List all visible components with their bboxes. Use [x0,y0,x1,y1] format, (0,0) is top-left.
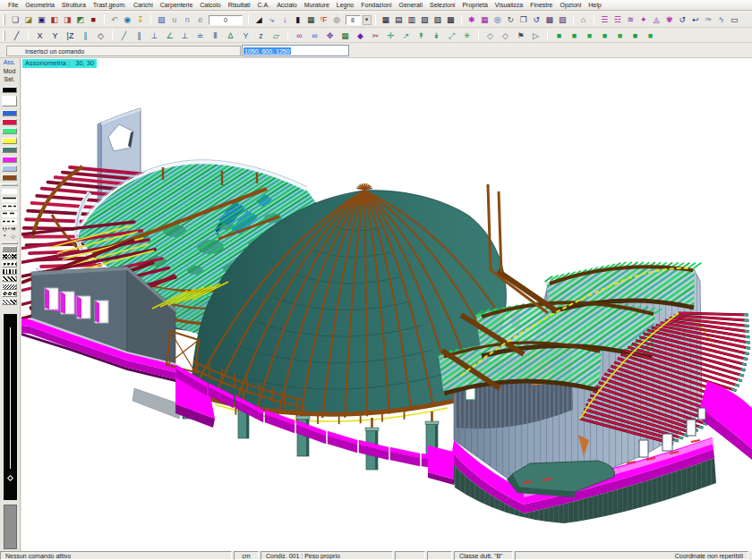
parallel-lines-icon[interactable]: ∥ [78,30,93,42]
swatch-light-blue[interactable] [2,165,17,172]
menu-item[interactable]: Risultati [225,0,254,10]
window-black-f-icon[interactable]: ▩ [444,13,457,26]
pattern-rings[interactable] [2,291,17,297]
binocular-magenta-icon[interactable]: ∞ [292,30,307,42]
mesh-magenta-b-icon[interactable]: ☲ [611,13,625,26]
solid-cube-e-icon[interactable]: ■ [612,30,628,42]
undo-icon[interactable]: ↶ [108,13,122,26]
line-solid[interactable] [2,189,17,194]
swatch-black[interactable] [2,87,17,93]
pattern-diagonal-fine[interactable] [2,284,17,290]
star-green-icon[interactable]: ✳ [459,30,474,42]
swatch-magenta[interactable] [2,157,17,163]
import-export-a-icon[interactable]: ◧ [48,13,62,26]
flag-icon[interactable]: ⚑ [513,30,528,42]
color-cube-icon[interactable]: ▧ [155,13,168,26]
save-icon[interactable]: ▣ [35,13,48,26]
panel-book-icon[interactable]: ▮ [292,13,305,26]
menu-item[interactable]: Finestre [526,0,556,10]
angle-icon[interactable]: ∠ [162,30,177,42]
down-arrow-icon[interactable]: ↓ [278,13,292,26]
union-e-icon[interactable]: e [194,13,208,26]
swatch-blue[interactable] [2,110,17,116]
select-hook-icon[interactable]: ⤷ [266,13,279,26]
shade-slider-handle[interactable] [6,475,13,481]
pattern-cross-dense[interactable] [2,253,17,259]
panel-purple-a-icon[interactable]: ▩ [543,13,557,26]
counter-display[interactable]: 0 [209,15,243,25]
swatch-white[interactable] [2,96,17,106]
menu-item[interactable]: File [4,0,21,10]
wire-cube-b-icon[interactable]: ◇ [498,30,513,42]
face-box-icon[interactable]: ▱ [269,30,284,42]
fork-y-icon[interactable]: Y [238,30,253,42]
extrude-up-icon[interactable]: ↟ [414,30,429,42]
window-black-c-icon[interactable]: ▥ [406,13,419,26]
line-dots[interactable] [2,219,17,225]
menu-item[interactable]: C.A. [254,0,274,10]
tri-x-icon[interactable]: ∆ [223,30,238,42]
window-black-d-icon[interactable]: ▧ [418,13,432,26]
menu-item[interactable]: Carichi [130,0,157,10]
sidebar-button-mod[interactable]: Mod [0,67,19,76]
level-icon[interactable]: ≐ [192,30,208,42]
toolbar-grip[interactable] [3,30,5,41]
menu-item[interactable]: Calcolo [196,0,224,10]
marker-row-2[interactable]: ▪◇ [1,232,18,239]
solid-cube-b-icon[interactable]: ■ [567,30,582,42]
window-black-e-icon[interactable]: ▨ [432,13,445,26]
stretch-icon[interactable]: ⤢ [444,30,459,42]
swatch-brown[interactable] [2,174,17,181]
snap-z-icon[interactable]: |Z [63,30,78,42]
mesh-magenta-a-icon[interactable]: ☰ [598,13,611,26]
panel-grid-icon[interactable]: ▦ [304,13,318,26]
sidebar-button-ass[interactable]: Ass. [0,58,19,67]
pattern-diamonds[interactable] [2,299,17,305]
draw-line-icon[interactable]: ╱ [9,30,24,42]
tri-purple-icon[interactable]: ◬ [650,13,663,26]
pattern-vertical-dashes[interactable] [2,268,17,275]
union-n-icon[interactable]: n [181,13,194,26]
menu-item[interactable]: Fondazioni [357,0,395,10]
window-magenta-icon[interactable]: ▦ [478,13,491,26]
line-dash-wide[interactable] [2,204,17,209]
perpendicular-icon[interactable]: ⊥ [147,30,162,42]
node-move-icon[interactable]: ✛ [383,30,398,42]
solid-triangle-icon[interactable]: ◢ [252,13,266,26]
menu-item[interactable]: Geometria [21,0,58,10]
panel-purple-b-icon[interactable]: ▨ [556,13,569,26]
small-window-icon[interactable]: ❐ [517,13,531,26]
polygon-icon[interactable]: ◇ [93,30,108,42]
pen-icon[interactable]: ✑ [702,13,715,26]
line-dash[interactable] [2,197,17,202]
poly-node-icon[interactable]: ▷ [528,30,543,42]
new-document-icon[interactable]: ❏ [9,13,22,26]
history-rotate-icon[interactable]: ↺ [530,13,543,26]
wave-purple-icon[interactable]: ≋ [624,13,637,26]
line-dash-short[interactable] [2,212,17,217]
pan-cross-icon[interactable]: ✥ [322,30,338,42]
menu-item[interactable]: Struttura [58,0,90,10]
extrude-down-icon[interactable]: ↡ [429,30,444,42]
union-u-icon[interactable]: u [168,13,182,26]
table-green-icon[interactable]: ▦ [338,30,353,42]
toolbar-grip[interactable] [3,14,5,26]
menu-item[interactable]: Selezioni [426,0,458,10]
axis-z-icon[interactable]: z [253,30,269,42]
binocular-blue-icon[interactable]: ∞ [307,30,322,42]
rotate-cursor-icon[interactable]: ↻ [504,13,517,26]
flower-magenta-icon[interactable]: ✾ [663,13,677,26]
snap-x-icon[interactable]: X [32,30,47,42]
solid-cube-d-icon[interactable]: ■ [597,30,612,42]
export-step-icon[interactable]: ↧ [134,13,148,26]
red-view-icon[interactable]: ■ [87,13,100,26]
import-export-b-icon[interactable]: ◨ [61,13,74,26]
pattern-solid-gray[interactable] [2,246,17,252]
sidebar-button-sel[interactable]: Sel. [0,75,19,84]
triple-icon[interactable]: ⦀ [208,30,223,42]
cube-purple-icon[interactable]: ◆ [353,30,368,42]
menu-item[interactable]: Murature [301,0,333,10]
menu-item[interactable]: Proprietà [458,0,491,10]
open-folder-icon[interactable]: ◪ [22,13,36,26]
window-black-a-icon[interactable]: ▦ [380,13,393,26]
